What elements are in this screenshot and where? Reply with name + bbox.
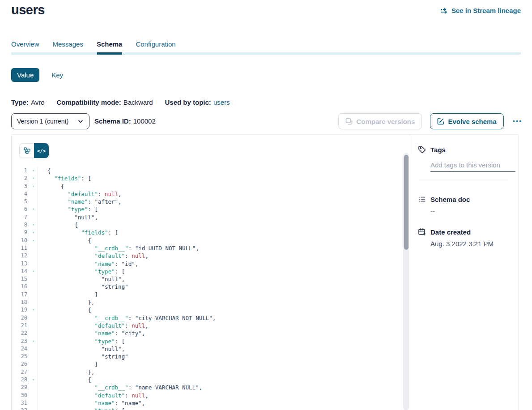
code-text: "string" [38,283,128,290]
tags-section: Tags [418,145,508,182]
fold-toggle-icon[interactable]: ▾ [29,376,38,384]
topic-link[interactable]: users [213,98,230,106]
fold-toggle-icon[interactable]: ▾ [29,337,38,345]
fold-toggle-icon[interactable]: ▾ [29,306,38,314]
fold-toggle-icon[interactable]: ▾ [29,175,38,182]
fold-toggle-icon[interactable]: ▾ [29,268,38,275]
code-text: "type": [ [38,407,125,410]
code-line: 13 "name": "id", [12,260,403,268]
code-text: "type": [ [38,205,98,213]
chevron-down-icon [77,118,84,124]
copy-icon [345,118,353,125]
code-view-button[interactable]: </> [34,143,49,158]
view-mode-toggle: </> [19,143,49,158]
stream-lineage-icon [440,7,448,14]
version-select[interactable]: Version 1 (current) [11,113,89,129]
more-actions-button[interactable]: ••• [512,116,523,127]
add-tags-input[interactable] [430,160,515,172]
code-view-icon: </> [37,148,46,154]
code-text: "name": "after", [38,198,122,205]
stream-lineage-link[interactable]: See in Stream lineage [440,7,521,14]
code-text: ] [38,291,98,299]
schema-id-field: Schema ID:100002 [94,117,156,125]
fold-toggle-icon[interactable]: ▾ [29,221,38,229]
code-text: { [38,376,91,384]
schema-doc-value: -- [430,207,508,215]
code-text: { [38,306,91,314]
line-number: 10 [12,237,29,244]
code-line: 30 "default": null, [12,392,403,399]
fold-toggle-icon[interactable]: ▾ [29,183,38,190]
code-line: 24 "null", [12,345,403,353]
page-title: users [11,3,45,17]
value-toggle-button[interactable]: Value [11,68,39,82]
fold-spacer [29,291,38,299]
compatibility-value: Backward [123,98,153,106]
code-text: ] [38,360,98,368]
code-line: 22 "name": "city", [12,329,403,337]
line-number: 9 [12,229,29,236]
code-line: 29 "__crdb__": "name VARCHAR NULL", [12,384,403,391]
schema-code-pane: </> 1▾{2▾ "fields": [3▾ {4 "default": nu… [12,135,410,410]
line-number: 24 [12,345,29,353]
line-number: 26 [12,360,29,368]
compare-versions-button[interactable]: Compare versions [338,113,422,129]
line-number: 23 [12,337,29,345]
fold-spacer [29,360,38,368]
fold-spacer [29,399,38,407]
code-line: 27 }, [12,368,403,376]
line-number: 14 [12,268,29,275]
code-text: "string" [38,353,128,360]
fold-spacer [29,299,38,306]
code-text: "name": "id", [38,260,138,268]
code-text: "__crdb__": "id UUID NOT NULL", [38,244,199,252]
schema-sidebar: Tags Schema doc -- [410,135,519,410]
fold-spacer [29,198,38,205]
fold-spacer [29,345,38,353]
code-line: 21 "default": null, [12,322,403,329]
code-text: "type": [ [38,337,125,345]
fold-toggle-icon[interactable]: ▾ [29,205,38,213]
evolve-schema-button[interactable]: Evolve schema [430,113,503,129]
code-text: }, [38,299,94,306]
edit-icon [437,118,444,125]
fold-toggle-icon[interactable]: ▾ [29,407,38,410]
fold-spacer [29,214,38,221]
code-line: 26 ] [12,360,403,368]
compatibility-label: Compatibility mode: [56,98,121,106]
line-number: 7 [12,214,29,221]
fold-spacer [29,275,38,283]
type-field: Type:Avro [11,98,44,106]
code-text: "__crdb__": "name VARCHAR NULL", [38,384,202,391]
calendar-plus-icon [418,228,426,236]
evolve-schema-label: Evolve schema [448,118,496,125]
line-number: 32 [12,407,29,410]
code-line: 8▾ { [12,221,403,229]
line-number: 17 [12,291,29,299]
line-number: 1 [12,167,29,175]
tree-view-button[interactable] [19,143,34,158]
code-line: 28▾ { [12,376,403,384]
fold-toggle-icon[interactable]: ▾ [29,229,38,236]
code-text: { [38,167,51,175]
code-text: "default": null, [38,190,122,198]
fold-toggle-icon[interactable]: ▾ [29,237,38,244]
code-scrollbar[interactable] [403,153,409,410]
code-scrollbar-thumb[interactable] [404,155,409,250]
schema-id-label: Schema ID: [94,117,131,125]
fold-spacer [29,322,38,329]
type-value: Avro [31,98,45,106]
fold-spacer [29,260,38,268]
code-text: "null", [38,214,98,221]
code-line: 16 "string" [12,283,403,290]
fold-toggle-icon[interactable]: ▾ [29,167,38,175]
schema-meta-row: Type:Avro Compatibility mode:Backward Us… [11,98,230,106]
line-number: 2 [12,175,29,182]
type-label: Type: [11,98,29,106]
schema-doc-section: Schema doc -- [418,195,508,215]
key-toggle-button[interactable]: Key [51,71,63,79]
line-number: 29 [12,384,29,391]
code-text: "null", [38,345,125,353]
schema-id-value: 100002 [133,117,156,125]
code-text: "default": null, [38,252,149,260]
